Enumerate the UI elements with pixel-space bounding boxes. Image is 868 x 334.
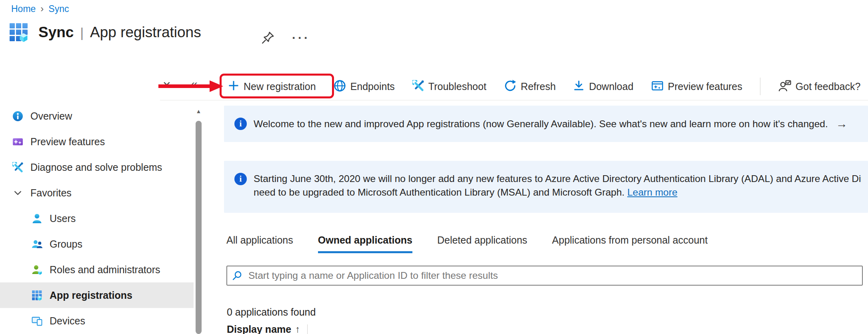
sidebar-item-overview[interactable]: Overview bbox=[0, 103, 194, 129]
deprecation-banner-line1: Starting June 30th, 2020 we will no long… bbox=[254, 172, 862, 186]
sidebar-item-roles[interactable]: Roles and administrators bbox=[0, 257, 194, 282]
adal-deprecation-banner: i Starting June 30th, 2020 we will no lo… bbox=[224, 161, 868, 213]
got-feedback-label: Got feedback? bbox=[796, 81, 861, 92]
search-icon bbox=[232, 270, 243, 281]
sidebar-group-favorites[interactable]: Favorites bbox=[0, 180, 194, 206]
breadcrumb-separator: › bbox=[40, 3, 44, 14]
tab-all-applications[interactable]: All applications bbox=[226, 234, 293, 253]
roles-icon bbox=[31, 264, 42, 275]
blade-page-name: App registrations bbox=[90, 24, 201, 41]
endpoints-button[interactable]: Endpoints bbox=[334, 80, 395, 94]
page-title: Sync | App registrations bbox=[38, 24, 201, 41]
tools-icon bbox=[12, 162, 23, 173]
troubleshoot-tools-icon bbox=[412, 80, 424, 93]
blade-app-name: Sync bbox=[38, 24, 74, 41]
scrollbar-thumb[interactable] bbox=[196, 121, 202, 334]
breadcrumb-sync-link[interactable]: Sync bbox=[48, 4, 69, 14]
filter-search-box bbox=[226, 266, 863, 286]
preview-features-label: Preview features bbox=[668, 81, 742, 92]
blade-menu: Overview Preview features bbox=[0, 103, 202, 334]
download-icon bbox=[573, 80, 584, 93]
title-separator: | bbox=[80, 25, 84, 40]
close-icon[interactable]: ✕ bbox=[162, 79, 171, 92]
sidebar-item-diagnose[interactable]: Diagnose and solve problems bbox=[0, 154, 194, 180]
plus-icon bbox=[228, 80, 239, 93]
more-actions-button[interactable]: ··· bbox=[292, 32, 310, 44]
scrollbar-up-arrow[interactable]: ▲ bbox=[195, 108, 202, 114]
chevron-down-icon bbox=[12, 188, 23, 198]
pin-icon[interactable] bbox=[261, 30, 275, 46]
sidebar-item-label: Users bbox=[50, 213, 76, 224]
troubleshoot-label: Troubleshoot bbox=[428, 81, 486, 92]
sidebar-item-devices[interactable]: Devices bbox=[0, 308, 194, 334]
applications-count: 0 applications found bbox=[227, 306, 316, 318]
sparkles-icon bbox=[12, 136, 23, 147]
application-tabs: All applications Owned applications Dele… bbox=[226, 234, 708, 253]
new-registration-label: New registration bbox=[244, 81, 316, 92]
got-feedback-button[interactable]: Got feedback? bbox=[778, 79, 861, 94]
sidebar-item-app-registrations[interactable]: App registrations bbox=[0, 282, 194, 308]
deprecation-banner-line2: need to be upgraded to Microsoft Authent… bbox=[254, 186, 862, 199]
sidebar-item-label: Diagnose and solve problems bbox=[30, 162, 162, 173]
info-icon: i bbox=[234, 118, 247, 130]
feedback-person-icon bbox=[778, 79, 791, 94]
new-registration-button[interactable]: New registration bbox=[228, 80, 316, 93]
sidebar-item-label: Overview bbox=[30, 110, 72, 122]
info-icon: i bbox=[234, 173, 247, 185]
collapse-menu-icon[interactable]: « bbox=[191, 77, 198, 91]
app-registrations-page: Home › Sync Sync | App registrations bbox=[0, 0, 868, 334]
welcome-banner: i Welcome to the new and improved App re… bbox=[224, 106, 868, 142]
display-name-column-header[interactable]: Display name ↑ bbox=[227, 323, 308, 334]
troubleshoot-button[interactable]: Troubleshoot bbox=[412, 80, 486, 93]
sidebar-item-users[interactable]: Users bbox=[0, 206, 194, 231]
sidebar-item-groups[interactable]: Groups bbox=[0, 231, 194, 257]
refresh-label: Refresh bbox=[521, 81, 556, 92]
sidebar-item-label: Roles and administrators bbox=[50, 264, 160, 276]
toolbar-divider bbox=[760, 78, 760, 95]
devices-icon bbox=[31, 316, 42, 326]
refresh-button[interactable]: Refresh bbox=[504, 80, 556, 94]
arrow-right-icon[interactable]: → bbox=[836, 117, 848, 130]
refresh-icon bbox=[504, 80, 516, 94]
sidebar-item-label: Devices bbox=[50, 315, 85, 327]
learn-more-link[interactable]: Learn more bbox=[627, 187, 677, 198]
app-registrations-blade-icon bbox=[9, 22, 29, 44]
preview-features-window-icon bbox=[651, 80, 664, 94]
sidebar-group-label: Favorites bbox=[30, 187, 72, 199]
globe-icon bbox=[334, 80, 346, 94]
tab-deleted-applications[interactable]: Deleted applications bbox=[437, 234, 527, 253]
sidebar-item-label: Groups bbox=[50, 238, 82, 250]
preview-features-button[interactable]: Preview features bbox=[651, 80, 742, 94]
command-bar: New registration Endpoints bbox=[228, 75, 860, 98]
command-bar-divider-line bbox=[160, 100, 868, 100]
deprecation-banner-line2-text: need to be upgraded to Microsoft Authent… bbox=[254, 187, 627, 198]
download-label: Download bbox=[589, 81, 633, 92]
group-icon bbox=[31, 239, 42, 250]
info-icon bbox=[12, 111, 23, 122]
endpoints-label: Endpoints bbox=[350, 81, 395, 92]
tab-owned-applications[interactable]: Owned applications bbox=[318, 234, 412, 253]
tab-applications-personal-account[interactable]: Applications from personal account bbox=[552, 234, 708, 253]
search-input[interactable] bbox=[248, 270, 857, 282]
breadcrumb-home-link[interactable]: Home bbox=[11, 4, 36, 14]
sidebar-item-preview-features[interactable]: Preview features bbox=[0, 129, 194, 154]
sidebar-item-label: Preview features bbox=[30, 136, 105, 148]
sort-ascending-icon: ↑ bbox=[295, 324, 300, 334]
breadcrumb: Home › Sync bbox=[11, 3, 69, 14]
column-divider bbox=[307, 324, 308, 334]
welcome-banner-text: Welcome to the new and improved App regi… bbox=[254, 118, 828, 130]
display-name-label: Display name bbox=[227, 323, 291, 334]
sidebar-item-label: App registrations bbox=[50, 290, 132, 301]
sidebar-scrollbar: ▲ bbox=[195, 103, 202, 334]
download-button[interactable]: Download bbox=[573, 80, 633, 93]
user-icon bbox=[31, 213, 42, 224]
app-registrations-icon bbox=[31, 290, 42, 301]
